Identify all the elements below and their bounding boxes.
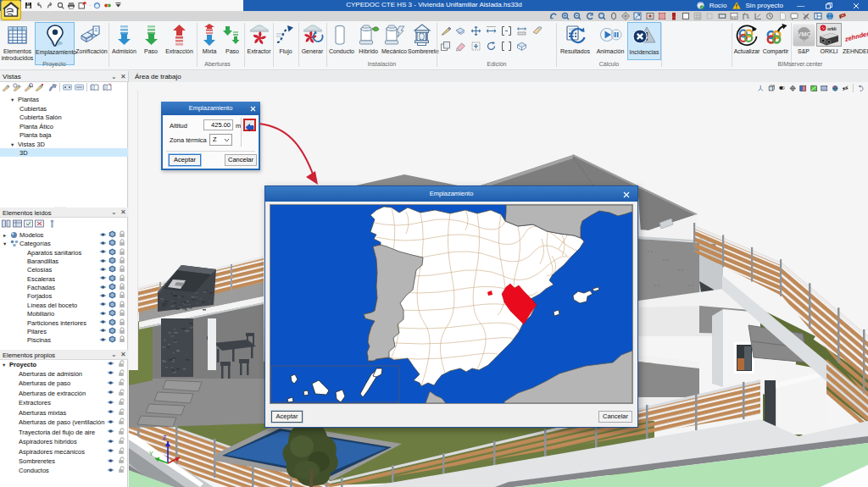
svg-text:Z: Z [163, 434, 167, 440]
svg-text:®: ® [803, 38, 805, 42]
svg-text:zehnder: zehnder [843, 30, 868, 43]
svg-text:orkli: orkli [827, 26, 837, 31]
svg-text:VMC: VMC [797, 30, 811, 37]
svg-text:Y: Y [149, 451, 153, 457]
